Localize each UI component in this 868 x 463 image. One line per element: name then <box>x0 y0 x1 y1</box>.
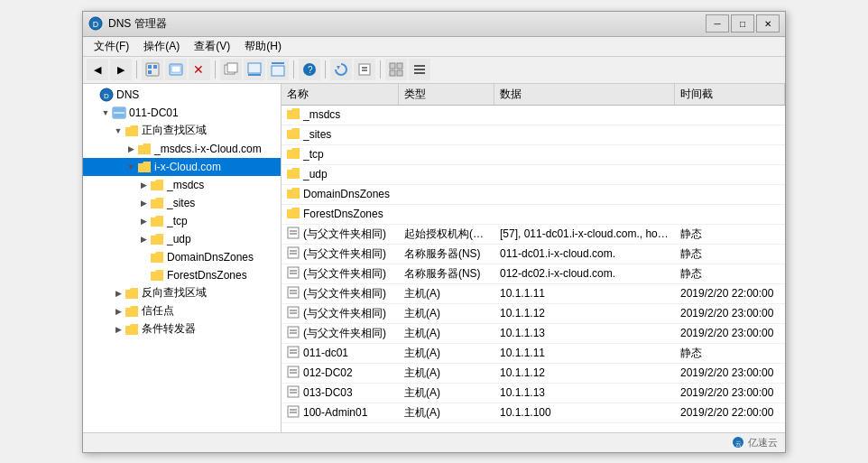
expand-reverse[interactable]: ▶ <box>112 287 125 300</box>
show-scope-button[interactable] <box>142 59 163 80</box>
expand-udp-sub[interactable]: ▶ <box>137 233 150 245</box>
close-button[interactable]: ✕ <box>756 14 780 32</box>
export-button[interactable] <box>244 59 265 80</box>
cell-type <box>399 113 494 116</box>
minimize-button[interactable]: ─ <box>706 14 729 32</box>
table-row[interactable]: (与父文件夹相同) 主机(A) 10.1.1.12 2019/2/20 23:0… <box>282 304 785 324</box>
table-row[interactable]: _msdcs <box>282 106 785 125</box>
table-row[interactable]: (与父文件夹相同) 主机(A) 10.1.1.11 2019/2/20 22:0… <box>282 284 785 304</box>
connect-button[interactable] <box>165 59 187 80</box>
cell-type <box>399 153 494 156</box>
status-bar: 云 亿速云 <box>83 432 785 452</box>
expand-sites-sub[interactable]: ▶ <box>137 197 150 209</box>
list-body: _msdcs _sites _tcp _udp DomainDnsZon <box>282 106 785 432</box>
col-header-type[interactable]: 类型 <box>399 84 494 105</box>
expand-tcp-sub[interactable]: ▶ <box>137 215 150 227</box>
menu-view[interactable]: 查看(V) <box>187 37 237 56</box>
table-row[interactable]: _tcp <box>282 145 785 165</box>
table-row[interactable]: DomainDnsZones <box>282 185 785 205</box>
tree-item-sites-sub[interactable]: ▶ _sites <box>83 194 281 212</box>
cell-type: 主机(A) <box>399 344 494 363</box>
expand-dc01[interactable]: ▼ <box>99 106 112 119</box>
folder-conditional-icon <box>125 322 139 337</box>
table-row[interactable]: _udp <box>282 165 785 185</box>
cell-data: [57], 011-dc01.i-x-cloud.com., hostmaste… <box>494 226 675 242</box>
svg-rect-32 <box>114 114 125 117</box>
expand-conditional[interactable]: ▶ <box>112 323 125 336</box>
cell-type <box>399 212 494 216</box>
tree-item-msdcs-sub[interactable]: ▶ _msdcs <box>83 176 281 194</box>
tree-item-reverse[interactable]: ▶ 反向查找区域 <box>83 284 281 302</box>
view1-button[interactable] <box>385 59 407 80</box>
menu-help[interactable]: 帮助(H) <box>237 37 289 56</box>
svg-rect-31 <box>114 108 125 112</box>
tree-item-trust[interactable]: ▶ 信任点 <box>83 302 281 320</box>
table-row[interactable]: (与父文件夹相同) 起始授权机构(SOA) [57], 011-dc01.i-x… <box>282 225 785 245</box>
col-header-data[interactable]: 数据 <box>494 84 675 105</box>
row-icon <box>287 385 300 401</box>
tree-item-tcp-sub[interactable]: ▶ _tcp <box>83 212 281 230</box>
forward-button[interactable]: ▶ <box>110 59 132 80</box>
tree-label-msdcs-sub: _msdcs <box>167 179 204 191</box>
expand-msdcs-sub[interactable]: ▶ <box>137 179 150 191</box>
tree-item-dns[interactable]: D DNS <box>83 86 281 104</box>
expand-trust[interactable]: ▶ <box>112 305 125 318</box>
menu-file[interactable]: 文件(F) <box>87 37 136 56</box>
toolbar: ◀ ▶ ✕ ? <box>83 57 785 84</box>
window-controls: ─ □ ✕ <box>706 14 780 32</box>
expand-forward[interactable]: ▼ <box>112 125 125 137</box>
svg-rect-36 <box>288 247 299 258</box>
cell-type: 主机(A) <box>399 384 494 403</box>
cell-type: 主机(A) <box>399 284 494 303</box>
table-row[interactable]: (与父文件夹相同) 名称服务器(NS) 011-dc01.i-x-cloud.c… <box>282 245 785 264</box>
refresh-button[interactable] <box>330 59 352 80</box>
col-header-ts[interactable]: 时间截 <box>675 84 785 105</box>
table-row[interactable]: (与父文件夹相同) 主机(A) 10.1.1.13 2019/2/20 23:0… <box>282 324 785 344</box>
table-row[interactable]: _sites <box>282 125 785 145</box>
cell-type: 起始授权机构(SOA) <box>399 225 494 244</box>
tree-item-udp-sub[interactable]: ▶ _udp <box>83 230 281 248</box>
col-header-name[interactable]: 名称 <box>282 84 399 105</box>
cell-ts: 2019/2/20 22:00:00 <box>675 285 785 301</box>
folder-msdcs-sub-icon <box>150 178 164 192</box>
cell-name-text: (与父文件夹相同) <box>303 306 386 321</box>
cell-type: 主机(A) <box>399 403 494 422</box>
tree-item-dc01[interactable]: ▼ 011-DC01 <box>83 104 281 122</box>
tree-label-trust: 信任点 <box>142 303 174 319</box>
tree-item-forward[interactable]: ▼ 正向查找区域 <box>83 122 281 140</box>
maximize-button[interactable]: □ <box>731 14 754 32</box>
table-row[interactable]: 011-dc01 主机(A) 10.1.1.11 静态 <box>282 344 785 364</box>
table-row[interactable]: 012-DC02 主机(A) 10.1.1.12 2019/2/20 23:00… <box>282 364 785 384</box>
expand-dns[interactable] <box>87 88 99 101</box>
expand-msdcs-zone[interactable]: ▶ <box>125 143 137 155</box>
cell-data: 10.1.1.13 <box>494 384 675 401</box>
tree-item-domaindns[interactable]: DomainDnsZones <box>83 248 281 266</box>
new-window-button[interactable] <box>220 59 242 80</box>
svg-rect-10 <box>227 63 237 72</box>
back-button[interactable]: ◀ <box>87 59 108 80</box>
view2-button[interactable] <box>409 59 430 80</box>
tree-item-conditional[interactable]: ▶ 条件转发器 <box>83 320 281 338</box>
table-row[interactable]: 100-Admin01 主机(A) 10.1.1.100 2019/2/20 2… <box>282 403 785 423</box>
expand-ix-cloud[interactable]: ▼ <box>125 161 137 173</box>
svg-text:?: ? <box>308 65 313 75</box>
tree-item-ix-cloud[interactable]: ▼ i-x-Cloud.com <box>83 158 281 176</box>
menu-action[interactable]: 操作(A) <box>136 37 187 56</box>
properties-button[interactable] <box>354 59 375 80</box>
cell-name: DomainDnsZones <box>282 186 399 203</box>
tree-item-forestdns[interactable]: ForestDnsZones <box>83 266 281 284</box>
cell-ts: 2019/2/20 22:00:00 <box>675 404 785 421</box>
svg-marker-17 <box>337 66 340 69</box>
folder-udp-sub-icon <box>150 232 164 246</box>
cell-name-text: (与父文件夹相同) <box>303 266 386 282</box>
delete-button[interactable]: ✕ <box>189 59 210 80</box>
table-row[interactable]: (与父文件夹相同) 名称服务器(NS) 012-dc02.i-x-cloud.c… <box>282 264 785 284</box>
table-row[interactable]: 013-DC03 主机(A) 10.1.1.13 2019/2/20 23:00… <box>282 384 785 403</box>
row-icon <box>287 227 300 242</box>
row-icon <box>287 405 300 421</box>
import-button[interactable] <box>267 59 289 80</box>
tree-panel[interactable]: D DNS ▼ 011-DC01 ▼ 正向查找区域 <box>83 84 282 432</box>
table-row[interactable]: ForestDnsZones <box>282 205 785 225</box>
help-button[interactable]: ? <box>299 59 320 80</box>
tree-item-msdcs-zone[interactable]: ▶ _msdcs.i-x-Cloud.com <box>83 140 281 158</box>
